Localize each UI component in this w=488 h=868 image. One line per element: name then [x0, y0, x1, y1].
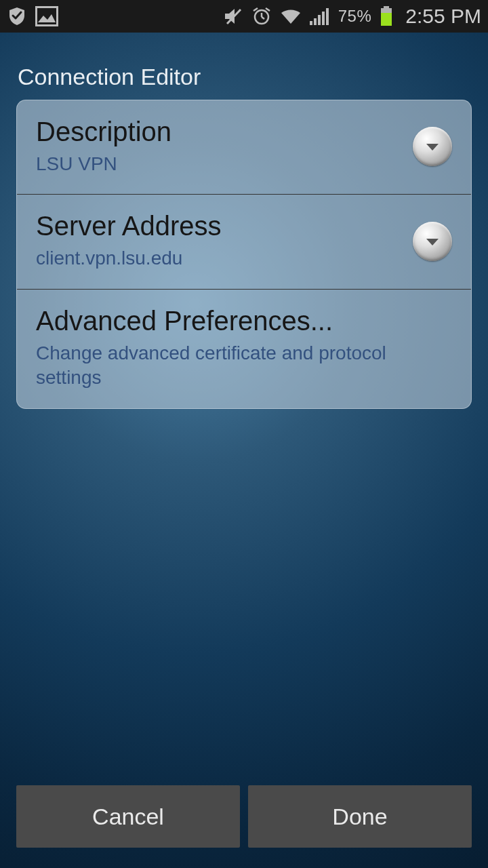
svg-rect-7	[310, 21, 312, 25]
svg-rect-11	[326, 8, 329, 25]
status-bar: 75% 2:55 PM	[0, 0, 488, 33]
status-right: 75% 2:55 PM	[223, 5, 481, 28]
battery-icon	[380, 6, 393, 26]
chevron-down-icon	[423, 232, 442, 251]
battery-percent: 75%	[338, 7, 372, 26]
svg-rect-0	[37, 7, 58, 26]
svg-line-6	[266, 8, 270, 11]
row-advanced-preferences[interactable]: Advanced Preferences... Change advanced …	[17, 289, 471, 408]
row-value: LSU VPN	[36, 152, 402, 176]
row-text: Server Address client.vpn.lsu.edu	[36, 211, 402, 271]
row-title: Server Address	[36, 211, 402, 241]
row-text: Description LSU VPN	[36, 117, 402, 176]
row-value: client.vpn.lsu.edu	[36, 246, 402, 271]
svg-line-4	[262, 17, 264, 19]
status-clock: 2:55 PM	[405, 5, 481, 28]
svg-rect-12	[384, 6, 389, 8]
check-badge-icon	[7, 6, 27, 26]
row-subtitle: Change advanced certificate and protocol…	[36, 341, 452, 391]
svg-rect-8	[314, 18, 317, 25]
alarm-icon	[251, 6, 272, 26]
signal-icon	[310, 7, 330, 25]
image-icon	[35, 6, 58, 26]
svg-rect-14	[381, 13, 392, 26]
done-button[interactable]: Done	[248, 785, 472, 848]
svg-rect-9	[318, 15, 321, 25]
settings-card: Description LSU VPN Server Address clien…	[16, 100, 472, 409]
row-title: Advanced Preferences...	[36, 306, 452, 336]
row-description[interactable]: Description LSU VPN	[17, 100, 471, 194]
chevron-down-icon	[423, 137, 442, 156]
expand-button[interactable]	[413, 127, 452, 166]
bottom-bar: Cancel Done	[0, 785, 488, 868]
mute-icon	[223, 7, 243, 26]
svg-line-5	[253, 8, 258, 11]
row-title: Description	[36, 117, 402, 146]
status-left	[7, 6, 58, 26]
row-server-address[interactable]: Server Address client.vpn.lsu.edu	[17, 194, 471, 288]
expand-button[interactable]	[413, 222, 452, 261]
row-text: Advanced Preferences... Change advanced …	[36, 306, 452, 391]
page-title: Connection Editor	[0, 33, 488, 100]
svg-rect-10	[322, 12, 325, 25]
wifi-icon	[280, 7, 302, 25]
cancel-button[interactable]: Cancel	[16, 785, 240, 848]
